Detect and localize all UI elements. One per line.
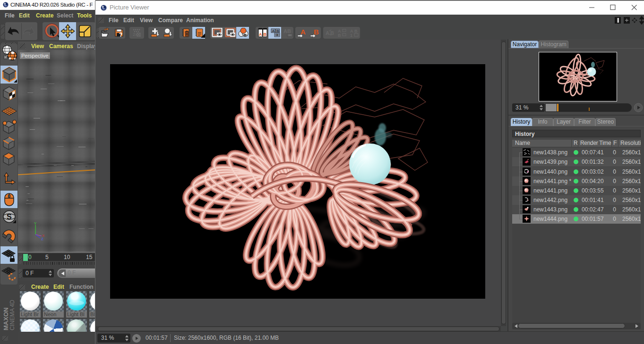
svg-text:B: B: [264, 32, 267, 37]
svg-text:B: B: [276, 29, 279, 33]
svg-text:S: S: [7, 213, 12, 221]
svg-text:1: 1: [350, 33, 352, 38]
svg-text:A: A: [272, 29, 275, 33]
svg-text:Y: Y: [34, 221, 37, 226]
svg-text:A: A: [259, 32, 262, 37]
svg-text:B: B: [338, 33, 341, 38]
svg-text:?: ?: [119, 32, 122, 38]
svg-text:AB: AB: [283, 28, 291, 34]
svg-text:B: B: [314, 28, 319, 36]
svg-text:B: B: [354, 29, 358, 34]
svg-text:A: A: [326, 30, 329, 36]
svg-text:Z: Z: [41, 237, 43, 240]
